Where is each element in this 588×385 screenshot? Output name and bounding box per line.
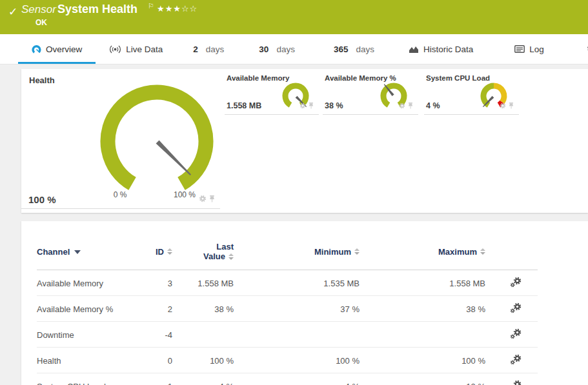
priority-flag-icon[interactable]: ⚐ bbox=[148, 2, 154, 10]
status-badge: OK bbox=[35, 18, 47, 27]
tab-365-days[interactable]: 365days bbox=[325, 34, 383, 64]
panel-pin-icon[interactable] bbox=[509, 100, 514, 112]
sensor-status-header: ✓ Sensor System Health ⚐ ★★★☆☆ OK bbox=[0, 0, 588, 34]
table-row[interactable]: Health0100 %100 %100 % bbox=[37, 348, 538, 373]
channel-table: Channel ID Last Value Minimum Maximum Av… bbox=[37, 242, 538, 385]
tab-number: 365 bbox=[334, 44, 349, 54]
column-label: Maximum bbox=[438, 247, 477, 257]
table-row[interactable]: Downtime-4 bbox=[37, 322, 538, 348]
cell-last: 38 % bbox=[172, 296, 234, 322]
tab-label: Log bbox=[529, 44, 544, 54]
tab-number: 30 bbox=[259, 44, 269, 54]
column-header-channel[interactable]: Channel bbox=[37, 242, 134, 270]
cell-last: 4 % bbox=[172, 373, 234, 385]
ok-check-icon: ✓ bbox=[8, 5, 17, 19]
tab-30-days[interactable]: 30days bbox=[250, 34, 304, 64]
sort-icon bbox=[480, 248, 485, 255]
sort-caret-icon bbox=[74, 250, 81, 254]
cell-last: 100 % bbox=[172, 348, 234, 373]
panel-gear-icon[interactable] bbox=[199, 193, 207, 205]
object-kind-label: Sensor bbox=[21, 3, 56, 16]
table-row[interactable]: System CPU Load14 %4 %12 % bbox=[37, 373, 538, 385]
channel-table-body: Available Memory31.558 MB1.535 MB1.558 M… bbox=[37, 270, 538, 385]
column-label: Value bbox=[203, 252, 225, 261]
gauge-value: 1.558 MB bbox=[227, 101, 261, 110]
channel-settings-icon[interactable] bbox=[485, 270, 538, 296]
column-header-actions bbox=[485, 242, 538, 270]
column-label: Last bbox=[172, 242, 234, 252]
table-row[interactable]: Available Memory31.558 MB1.535 MB1.558 M… bbox=[37, 270, 538, 296]
cell-name: Health bbox=[37, 348, 134, 373]
panel-pin-icon[interactable] bbox=[408, 100, 413, 112]
cell-id: -4 bbox=[134, 322, 172, 348]
column-label: Minimum bbox=[314, 247, 351, 257]
gauge-value: 38 % bbox=[325, 101, 343, 110]
cell-min: 100 % bbox=[234, 348, 360, 373]
gauge-panel-health[interactable]: Health 0 % 100 % 100 % bbox=[21, 69, 220, 209]
cell-id: 0 bbox=[134, 348, 172, 373]
gauge-max-label: 100 % bbox=[168, 190, 201, 199]
live-data-icon bbox=[109, 45, 121, 54]
sort-icon bbox=[354, 248, 360, 255]
health-gauge bbox=[86, 72, 228, 201]
tab-label: days bbox=[206, 44, 225, 54]
tab-live-data[interactable]: Live Data bbox=[96, 34, 176, 64]
tab-overview[interactable]: Overview bbox=[18, 34, 96, 64]
column-header-last-value[interactable]: Last Value bbox=[172, 242, 234, 270]
tab-label: Historic Data bbox=[423, 44, 473, 54]
channel-table-card: Channel ID Last Value Minimum Maximum Av… bbox=[21, 221, 588, 385]
overview-gauges-card: Health 0 % 100 % 100 % Available Memory … bbox=[21, 69, 588, 213]
cell-min: 1.535 MB bbox=[234, 270, 360, 296]
panel-pin-icon[interactable] bbox=[209, 193, 215, 205]
page-title: System Health bbox=[57, 3, 137, 16]
panel-pin-icon[interactable] bbox=[309, 100, 314, 112]
cell-max: 38 % bbox=[360, 296, 485, 322]
historic-chart-icon bbox=[409, 45, 419, 54]
gauge-value: 100 % bbox=[28, 194, 56, 205]
cell-id: 2 bbox=[134, 296, 172, 322]
cell-max bbox=[360, 322, 485, 348]
column-header-minimum[interactable]: Minimum bbox=[234, 242, 360, 270]
panel-gear-icon[interactable] bbox=[299, 100, 306, 112]
cell-min: 37 % bbox=[234, 296, 360, 322]
channel-settings-icon[interactable] bbox=[485, 296, 538, 322]
gauge-title: Health bbox=[29, 75, 55, 85]
cell-min bbox=[234, 322, 360, 348]
cell-min: 4 % bbox=[234, 373, 360, 385]
log-icon bbox=[514, 45, 525, 53]
gauge-icon bbox=[32, 44, 41, 54]
column-label: Channel bbox=[37, 247, 70, 257]
tab-label: Live Data bbox=[126, 44, 163, 54]
cell-last bbox=[172, 322, 234, 348]
column-label: ID bbox=[156, 247, 164, 257]
cell-name: Available Memory bbox=[37, 270, 134, 296]
sort-icon bbox=[228, 253, 234, 260]
tab-2-days[interactable]: 2days bbox=[184, 34, 233, 64]
column-header-id[interactable]: ID bbox=[134, 242, 172, 270]
tab-bar: Overview Live Data 2days 30days 365days … bbox=[0, 34, 588, 64]
column-header-maximum[interactable]: Maximum bbox=[360, 242, 485, 270]
panel-gear-icon[interactable] bbox=[399, 100, 405, 112]
tab-number: 2 bbox=[193, 44, 198, 54]
gauge-panel-available-memory-pct[interactable]: Available Memory % 38 % bbox=[323, 69, 418, 115]
tab-log[interactable]: Log bbox=[501, 34, 558, 64]
cell-max: 100 % bbox=[360, 348, 485, 373]
cell-max: 12 % bbox=[360, 373, 485, 385]
cell-name: Available Memory % bbox=[37, 296, 134, 322]
tab-historic-data[interactable]: Historic Data bbox=[395, 34, 487, 64]
cell-name: System CPU Load bbox=[37, 373, 134, 385]
table-row[interactable]: Available Memory %238 %37 %38 % bbox=[37, 296, 538, 322]
panel-gear-icon[interactable] bbox=[500, 100, 506, 112]
tab-label: days bbox=[276, 44, 295, 54]
tab-settings[interactable]: Settings bbox=[573, 34, 588, 64]
channel-settings-icon[interactable] bbox=[485, 348, 538, 373]
cell-id: 1 bbox=[134, 373, 172, 385]
gauge-value: 4 % bbox=[426, 101, 440, 110]
gauge-panel-system-cpu-load[interactable]: System CPU Load 4 % bbox=[424, 69, 519, 115]
cell-max: 1.558 MB bbox=[360, 270, 485, 296]
channel-settings-icon[interactable] bbox=[485, 373, 538, 385]
channel-settings-icon[interactable] bbox=[485, 322, 538, 348]
cell-name: Downtime bbox=[37, 322, 134, 348]
priority-stars[interactable]: ★★★☆☆ bbox=[157, 4, 198, 14]
gauge-panel-available-memory[interactable]: Available Memory 1.558 MB bbox=[225, 69, 319, 115]
